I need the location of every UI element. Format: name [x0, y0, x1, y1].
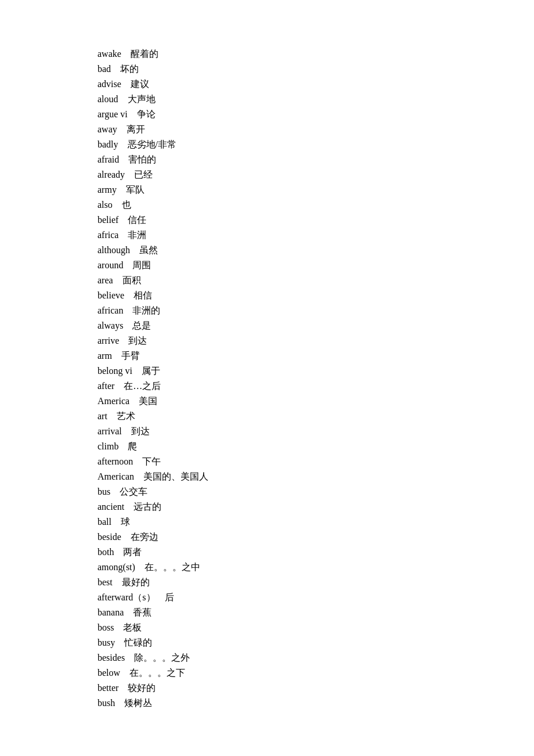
list-item: climb 爬 — [98, 439, 534, 454]
list-item: afternoon 下午 — [98, 454, 534, 469]
list-item: ball 球 — [98, 514, 534, 530]
list-item: arrive 到达 — [98, 333, 534, 348]
list-item: badly 恶劣地/非常 — [98, 137, 534, 152]
list-item: best 最好的 — [98, 575, 534, 590]
list-item: belief 信任 — [98, 213, 534, 228]
list-item: bad 坏的 — [98, 62, 534, 77]
list-item: also 也 — [98, 197, 534, 213]
list-item: away 离开 — [98, 122, 534, 137]
list-item: always 总是 — [98, 318, 534, 333]
list-item: awake 醒着的 — [98, 46, 534, 62]
list-item: boss 老板 — [98, 620, 534, 635]
list-item: africa 非洲 — [98, 228, 534, 243]
list-item: art 艺术 — [98, 409, 534, 424]
list-item: advise 建议 — [98, 77, 534, 92]
list-item: arrival 到达 — [98, 424, 534, 439]
list-item: beside 在旁边 — [98, 530, 534, 545]
list-item: banana 香蕉 — [98, 605, 534, 620]
list-item: both 两者 — [98, 545, 534, 560]
list-item: argue vi 争论 — [98, 107, 534, 122]
list-item: bus 公交车 — [98, 484, 534, 499]
list-item: arm 手臂 — [98, 348, 534, 363]
list-item: American 美国的、美国人 — [98, 469, 534, 484]
list-item: after 在…之后 — [98, 379, 534, 394]
list-item: besides 除。。。之外 — [98, 650, 534, 665]
list-item: busy 忙碌的 — [98, 635, 534, 650]
list-item: african 非洲的 — [98, 303, 534, 318]
list-item: better 较好的 — [98, 681, 534, 696]
list-item: believe 相信 — [98, 288, 534, 303]
list-item: aloud 大声地 — [98, 92, 534, 107]
list-item: America 美国 — [98, 394, 534, 409]
list-item: among(st) 在。。。之中 — [98, 560, 534, 575]
list-item: army 军队 — [98, 182, 534, 197]
list-item: below 在。。。之下 — [98, 665, 534, 681]
list-item: already 已经 — [98, 167, 534, 182]
list-item: afraid 害怕的 — [98, 152, 534, 167]
vocabulary-list: awake 醒着的bad 坏的advise 建议aloud 大声地argue v… — [98, 46, 534, 711]
list-item: area 面积 — [98, 273, 534, 288]
list-item: although 虽然 — [98, 243, 534, 258]
list-item: bush 矮树丛 — [98, 696, 534, 711]
list-item: afterward（s） 后 — [98, 590, 534, 605]
list-item: around 周围 — [98, 258, 534, 273]
list-item: belong vi 属于 — [98, 363, 534, 379]
list-item: ancient 远古的 — [98, 499, 534, 514]
